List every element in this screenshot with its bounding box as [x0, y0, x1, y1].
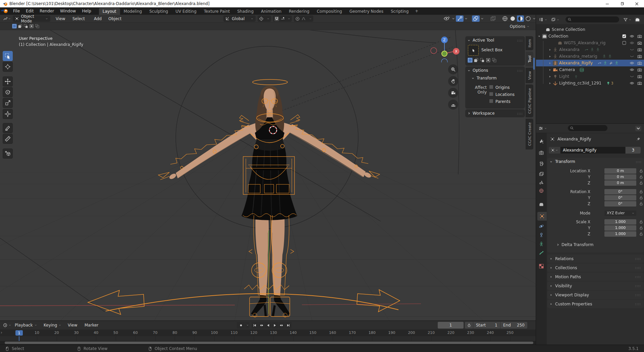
transform-orientation[interactable]: Global — [223, 15, 256, 22]
properties-tab-tool[interactable] — [536, 137, 547, 146]
filter-funnel-icon[interactable] — [623, 17, 628, 22]
snap-controls[interactable] — [273, 15, 292, 22]
shading-solid-icon[interactable] — [509, 15, 516, 22]
workspace-tab-rendering[interactable]: Rendering — [285, 8, 313, 15]
properties-tab-world[interactable] — [536, 186, 547, 195]
timeline-menu-keying[interactable]: Keying — [44, 321, 61, 330]
timeline-tracks[interactable] — [0, 336, 536, 341]
shading-material-icon[interactable] — [517, 15, 524, 22]
menu-render[interactable]: Render — [37, 7, 57, 15]
play-button[interactable] — [272, 322, 278, 329]
transform-field-z[interactable]: 0° — [604, 201, 636, 207]
outliner-row-alexandra[interactable]: Alexandra — [536, 46, 644, 53]
menu-window[interactable]: Window — [57, 7, 79, 15]
frame-end-field[interactable]: End250 — [500, 322, 527, 329]
menu-file[interactable]: File — [10, 7, 23, 15]
transform-field-z[interactable]: 0 m — [604, 180, 636, 186]
selmode-intersect-button[interactable] — [492, 58, 497, 63]
sidebar-scroll-indicator[interactable] — [533, 58, 535, 70]
transform-field-location-x[interactable]: 0 m — [604, 168, 636, 174]
outliner-row-lighting-cc3iid-1291[interactable]: Lighting_cc3iid_12913 — [536, 80, 644, 86]
selmode-intersect-button[interactable] — [35, 24, 40, 28]
properties-tab-physics[interactable] — [536, 222, 547, 231]
timeline-menu-playback[interactable]: Playback — [15, 321, 37, 330]
workspace-tab-texture-paint[interactable]: Texture Paint — [200, 8, 233, 15]
properties-tab-scene[interactable] — [536, 178, 547, 187]
tool-measure[interactable] — [3, 134, 13, 144]
viewport-3d[interactable]: Object Mode ViewSelectAddObject Global — [0, 15, 536, 320]
viewport-menu-add[interactable]: Add — [91, 15, 104, 23]
frame-start-field[interactable]: Start1 — [473, 322, 500, 329]
workspace-tab-geometry-nodes[interactable]: Geometry Nodes — [346, 8, 387, 15]
workspace-tab-uv-editing[interactable]: UV Editing — [172, 8, 200, 15]
selmode-subtract-button[interactable] — [480, 58, 485, 63]
selmode-subtract-button[interactable] — [23, 24, 28, 28]
timeline-editor-icon[interactable] — [3, 323, 8, 328]
object-id-icon-button[interactable] — [549, 147, 560, 154]
locations-checkbox[interactable] — [489, 92, 493, 96]
add-workspace-button[interactable]: + — [412, 9, 421, 13]
editor-type-icon[interactable] — [3, 16, 8, 21]
properties-editor-icon[interactable] — [538, 126, 543, 131]
workspace-section[interactable]: Workspace :::: — [465, 109, 525, 117]
viewport-menu-view[interactable]: View — [53, 15, 68, 23]
panel-custom-properties[interactable]: Custom Properties:::: — [547, 300, 644, 308]
workspace-tab-shading[interactable]: Shading — [233, 8, 257, 15]
current-frame-field[interactable]: 1 — [438, 322, 464, 329]
outliner-row-collection[interactable]: Collection — [536, 33, 644, 40]
panel-viewport-display[interactable]: Viewport Display:::: — [547, 291, 644, 299]
panel-relations[interactable]: Relations:::: — [547, 254, 644, 263]
key-prev-button[interactable] — [258, 322, 265, 329]
delta-transform-toggle[interactable]: Delta Transform — [556, 242, 594, 247]
navigation-gizmo[interactable]: Z X — [430, 32, 461, 62]
playhead-line[interactable] — [19, 336, 19, 341]
selmode-extend-button[interactable] — [18, 24, 22, 28]
properties-tab-bone[interactable] — [536, 249, 547, 257]
properties-tab-viewlayer[interactable] — [536, 170, 547, 178]
auto-key-toggle[interactable] — [237, 322, 245, 329]
shading-rendered-icon[interactable] — [525, 15, 532, 22]
tool-move[interactable] — [3, 76, 13, 86]
viewport-options-button[interactable]: Options — [510, 23, 530, 30]
outliner-row-camera[interactable]: Camera — [536, 66, 644, 73]
toggle-xray-icon[interactable] — [489, 15, 497, 22]
properties-tab-texture[interactable] — [536, 262, 547, 271]
tool-cursor[interactable] — [3, 62, 13, 72]
maximize-button[interactable] — [614, 0, 629, 7]
selmode-extend-button[interactable] — [474, 58, 479, 63]
workspace-tab-animation[interactable]: Animation — [257, 8, 285, 15]
timeline-scrollbar[interactable] — [5, 342, 533, 344]
timeline-ruler[interactable]: › 1 102030405060708090100110120130140150… — [0, 330, 536, 336]
transform-field-y[interactable]: 1.000 — [604, 225, 636, 231]
close-button[interactable] — [629, 0, 644, 7]
menu-edit[interactable]: Edit — [23, 7, 37, 15]
tool-transform[interactable] — [3, 109, 13, 119]
workspace-tab-scripting[interactable]: Scripting — [387, 8, 412, 15]
sidebar-tab-cc-ic-pipeline[interactable]: CC/iC Pipeline — [526, 84, 533, 117]
outliner-row-alexandra-rigify[interactable]: Alexandra_Rigify — [536, 60, 644, 66]
use-preview-range-toggle[interactable] — [465, 322, 473, 329]
ruler-expand-arrow[interactable]: › — [1, 330, 2, 335]
panel-motion-paths[interactable]: Motion Paths:::: — [547, 273, 644, 281]
transform-field-mode[interactable]: XYZ Euler — [604, 211, 636, 216]
menu-help[interactable]: Help — [79, 7, 94, 15]
parents-checkbox[interactable] — [489, 99, 493, 103]
selmode-invert-button[interactable] — [29, 24, 34, 28]
pan-view-icon[interactable] — [448, 76, 458, 86]
selmode-new-button[interactable] — [468, 58, 473, 63]
snap-magnet-icon[interactable] — [274, 16, 279, 21]
toggle-ortho-icon[interactable] — [448, 100, 458, 110]
auto-key-options-chevron[interactable] — [245, 322, 250, 329]
properties-tab-object[interactable] — [537, 212, 547, 221]
timeline-menu-view[interactable]: View — [68, 321, 77, 330]
workspace-tab-modeling[interactable]: Modeling — [120, 8, 146, 15]
proportional-edit-controls[interactable] — [294, 15, 313, 22]
transform-field-scale-x[interactable]: 1.000 — [604, 219, 636, 225]
tool-scale[interactable] — [3, 98, 13, 108]
users-count-button[interactable]: 3 — [626, 147, 641, 154]
key-next-button[interactable] — [278, 322, 285, 329]
panel-visibility[interactable]: Visibility:::: — [547, 282, 644, 290]
tool-annotate[interactable] — [3, 123, 13, 133]
transform-field-rotation-x[interactable]: 0° — [604, 189, 636, 194]
skip-end-button[interactable] — [285, 322, 291, 329]
